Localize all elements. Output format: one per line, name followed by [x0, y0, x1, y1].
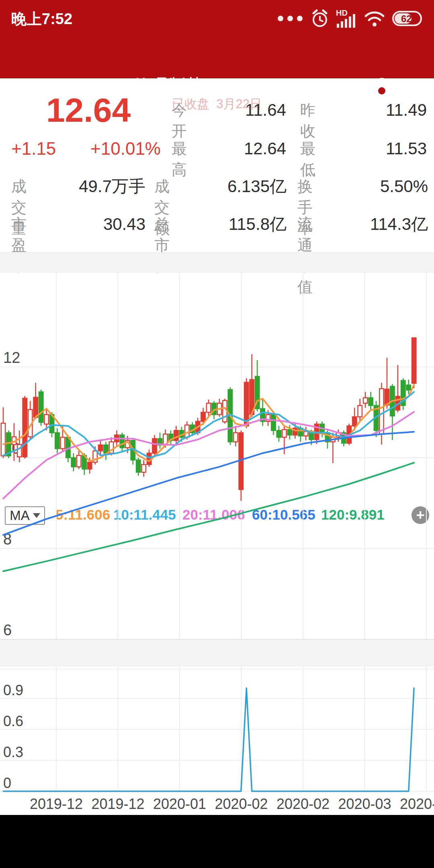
field-value: 6.135亿	[201, 176, 287, 197]
field-value: 5.50%	[342, 176, 428, 197]
next-stock-icon[interactable]	[316, 83, 324, 94]
field-label: 今开	[172, 100, 187, 141]
svg-text:0.3: 0.3	[3, 744, 23, 760]
indicator-chart[interactable]: 0.90.60.30	[0, 666, 434, 796]
field-value: 12.64	[201, 138, 286, 159]
clock-time: 晚上7:52	[11, 9, 72, 29]
field-label: 最高	[172, 138, 187, 180]
field-value: 115.8亿	[201, 214, 287, 235]
last-price: 12.64	[32, 91, 145, 130]
ma-toolbar: MA 5:11.606 10:11.445 20:11.006 60:10.56…	[0, 252, 434, 273]
svg-text:6: 6	[3, 622, 12, 639]
field-value: 30.43	[60, 214, 145, 235]
wifi-icon	[364, 10, 385, 27]
field-value: 11.53	[342, 138, 427, 159]
svg-text:12: 12	[3, 349, 20, 366]
status-bar: 晚上7:52 HD	[0, 0, 434, 35]
battery-percent: 62	[401, 13, 412, 24]
svg-text:0.9: 0.9	[3, 682, 23, 698]
field-value: 114.3亿	[342, 214, 428, 235]
field-label: 最低	[300, 138, 315, 180]
x-axis-label: 2020-03	[386, 796, 434, 813]
svg-text:HD: HD	[336, 8, 348, 17]
price-change: +1.15	[11, 138, 56, 159]
more-notifications-icon	[277, 15, 304, 22]
svg-text:0.6: 0.6	[3, 713, 23, 729]
hd-signal-icon: HD	[336, 8, 357, 29]
field-value: 11.49	[342, 100, 427, 121]
field-value: 11.64	[201, 100, 286, 121]
android-nav-bar	[0, 815, 434, 868]
x-axis: 2019-122019-122020-012020-022020-022020-…	[0, 796, 434, 814]
battery-icon: 62	[392, 11, 422, 26]
candlestick-chart[interactable]: 121086	[0, 272, 434, 639]
indicator-toolbar: 趋势上升 XG ✕	[0, 639, 434, 666]
svg-text:0: 0	[3, 775, 11, 791]
field-value: 49.7万手	[60, 176, 145, 197]
field-label: 昨收	[300, 100, 315, 141]
alarm-icon	[311, 9, 329, 28]
app-chrome: 晚上7:52 HD	[0, 0, 434, 78]
title-bar: 仙琚制药(002332.SZ) 已收盘 3月22日	[0, 35, 434, 78]
price-change-pct: +10.01%	[80, 138, 161, 159]
